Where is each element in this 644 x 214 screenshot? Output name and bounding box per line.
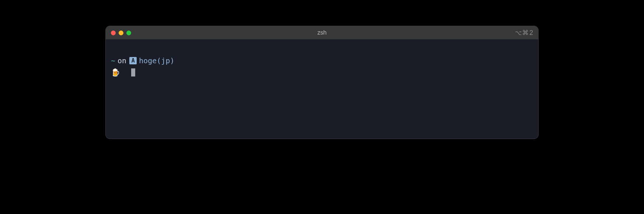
titlebar[interactable]: zsh ⌥ ⌘ 2 <box>106 26 538 39</box>
terminal-body[interactable]: ~ on A hoge(jp) 🍺 <box>106 39 538 139</box>
prompt-line-2: 🍺 <box>111 67 533 78</box>
window-title: zsh <box>318 29 327 36</box>
maximize-icon[interactable] <box>126 31 131 35</box>
context-badge: A <box>129 57 137 64</box>
beer-icon: 🍺 <box>111 67 120 78</box>
prompt-on-label: on <box>118 55 126 67</box>
context-name: hoge(jp) <box>139 55 174 67</box>
terminal-window: zsh ⌥ ⌘ 2 ~ on A hoge(jp) 🍺 <box>105 26 539 139</box>
option-key-icon: ⌥ <box>515 29 521 36</box>
titlebar-shortcut: ⌥ ⌘ 2 <box>515 29 533 37</box>
cursor[interactable] <box>131 68 135 76</box>
shortcut-number: 2 <box>529 29 533 37</box>
cwd-indicator: ~ <box>111 55 115 67</box>
prompt-line-1: ~ on A hoge(jp) <box>111 55 533 67</box>
minimize-icon[interactable] <box>119 31 123 35</box>
command-key-icon: ⌘ <box>522 29 529 37</box>
traffic-lights <box>111 31 131 35</box>
close-icon[interactable] <box>111 31 116 35</box>
